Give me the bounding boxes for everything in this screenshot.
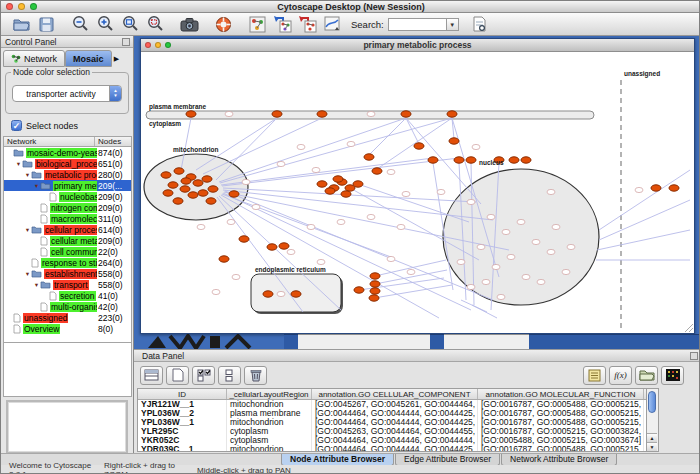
node-selected[interactable] [414, 143, 424, 149]
resize-grip-icon[interactable] [685, 324, 693, 332]
node-selected[interactable] [325, 188, 335, 194]
node-selected[interactable] [239, 236, 249, 242]
function-builder-icon[interactable]: f(x) [609, 366, 632, 385]
tree-row[interactable]: Overview8(0) [4, 323, 131, 334]
node-selected[interactable] [364, 154, 374, 160]
heatmap-icon[interactable] [661, 366, 684, 385]
node-selected[interactable] [466, 157, 476, 163]
table-scrollbar[interactable]: ▲ ▼ [647, 388, 659, 452]
enhanced-search-icon[interactable] [468, 14, 492, 34]
node[interactable] [517, 219, 525, 224]
node-selected[interactable] [229, 191, 239, 197]
network-canvas[interactable]: plasma membranecytoplasmmitochondrionend… [141, 52, 694, 333]
tab-network[interactable]: Network [3, 50, 65, 67]
node-selected[interactable] [181, 178, 191, 184]
edge[interactable] [369, 118, 406, 155]
background-window-fragment[interactable] [430, 334, 444, 349]
edge[interactable] [472, 305, 497, 318]
node-selected[interactable] [267, 244, 277, 250]
table-row[interactable]: YLR295Ccytoplasm[GO:0045263, GO:0044464,… [138, 427, 646, 436]
node-selected[interactable] [353, 181, 363, 187]
node[interactable] [242, 179, 250, 184]
node[interactable] [467, 284, 475, 289]
node[interactable] [532, 239, 540, 244]
node-selected[interactable] [180, 186, 190, 192]
node-selected[interactable] [193, 180, 203, 186]
edge[interactable] [377, 118, 452, 169]
node[interactable] [225, 111, 233, 116]
search-input[interactable] [388, 18, 446, 31]
tree-row[interactable]: cell communicat22(0) [4, 246, 131, 257]
table-column-header[interactable]: ID [138, 389, 227, 399]
node[interactable] [277, 161, 285, 166]
zoom-out-icon[interactable] [68, 14, 92, 34]
node[interactable] [197, 224, 205, 229]
delete-attribute-icon[interactable] [244, 366, 267, 385]
select-nodes-checkbox[interactable]: ✓ Select nodes [11, 120, 78, 131]
node[interactable] [547, 249, 555, 254]
node-selected[interactable] [341, 191, 351, 197]
expander-icon[interactable]: ▼ [33, 282, 40, 288]
tree-row[interactable]: unassigned223(0) [4, 312, 131, 323]
background-window-fragment[interactable] [529, 334, 700, 349]
node[interactable] [537, 279, 545, 284]
expander-icon[interactable]: ▼ [24, 227, 31, 233]
node-selected[interactable] [186, 111, 196, 117]
node[interactable] [482, 279, 490, 284]
window-titlebar[interactable]: Cytoscape Desktop (New Session) [1, 1, 700, 13]
float-panel-icon[interactable] [122, 38, 130, 46]
node[interactable] [387, 169, 395, 174]
tree-row[interactable]: ▼metabolic process280(0) [4, 169, 131, 180]
tree-row[interactable]: ▼transport558(0) [4, 279, 131, 290]
background-window-fragment[interactable] [444, 334, 529, 349]
edge[interactable] [216, 118, 277, 180]
background-window-fragment[interactable] [298, 334, 430, 349]
edge[interactable] [599, 170, 690, 230]
node[interactable] [287, 249, 295, 254]
tree-row[interactable]: nucleobase-209(0) [4, 191, 131, 202]
zoom-in-icon[interactable] [93, 14, 117, 34]
node[interactable] [277, 291, 285, 296]
node-selected[interactable] [333, 176, 343, 182]
node[interactable] [312, 167, 320, 172]
network-view-window[interactable]: primary metabolic process plasma membran… [140, 38, 695, 334]
edge[interactable] [220, 118, 452, 183]
edge[interactable] [599, 200, 690, 240]
tree-row[interactable]: response to stimulu264(0) [4, 257, 131, 268]
scroll-down-icon[interactable]: ▼ [647, 442, 657, 451]
tree-row[interactable]: multi-organism pro42(0) [4, 301, 131, 312]
node-selected[interactable] [208, 186, 218, 192]
table-row[interactable]: YKR052Ccytoplasm[GO:0044464, GO:0044446,… [138, 436, 646, 445]
node[interactable] [502, 229, 510, 234]
node-selected[interactable] [188, 192, 198, 198]
table-row[interactable]: YPL036W__2plasma membrane[GO:0044464, GO… [138, 409, 646, 418]
node-selected[interactable] [219, 256, 229, 262]
node[interactable] [477, 244, 485, 249]
tree-row[interactable]: ▼primary metabol209(... [4, 180, 131, 191]
table-row[interactable]: YPL036W__1mitochondrion[GO:0044464, GO:0… [138, 418, 646, 427]
node-selected[interactable] [370, 273, 380, 279]
attribute-list-icon[interactable] [583, 366, 606, 385]
node-selected[interactable] [369, 295, 379, 301]
edge[interactable] [374, 285, 452, 298]
node-selected[interactable] [263, 291, 273, 297]
zoom-selected-icon[interactable] [143, 14, 167, 34]
zoom-fit-icon[interactable] [118, 14, 142, 34]
tree-row[interactable]: mosaic-demo-yeast874(0) [4, 147, 131, 158]
import-table-icon[interactable] [295, 14, 319, 34]
table-column-header[interactable]: annotation.GO MOLECULAR_FUNCTION [478, 389, 644, 399]
tab-mosaic[interactable]: Mosaic [65, 50, 112, 67]
node-selected[interactable] [174, 168, 184, 174]
expander-icon[interactable]: ▼ [15, 161, 22, 167]
expander-icon[interactable]: ▼ [33, 183, 40, 189]
node[interactable] [547, 189, 555, 194]
node-selected[interactable] [163, 190, 173, 196]
node-selected[interactable] [161, 172, 171, 178]
birdseye-view[interactable] [6, 400, 128, 454]
tree-row[interactable]: secretion41(0) [4, 290, 131, 301]
node[interactable] [397, 224, 405, 229]
tree-row[interactable]: ▼cellular process614(0) [4, 224, 131, 235]
checkbox-checked-icon[interactable]: ✓ [11, 120, 22, 131]
node-selected[interactable] [454, 157, 464, 163]
node[interactable] [407, 269, 415, 274]
